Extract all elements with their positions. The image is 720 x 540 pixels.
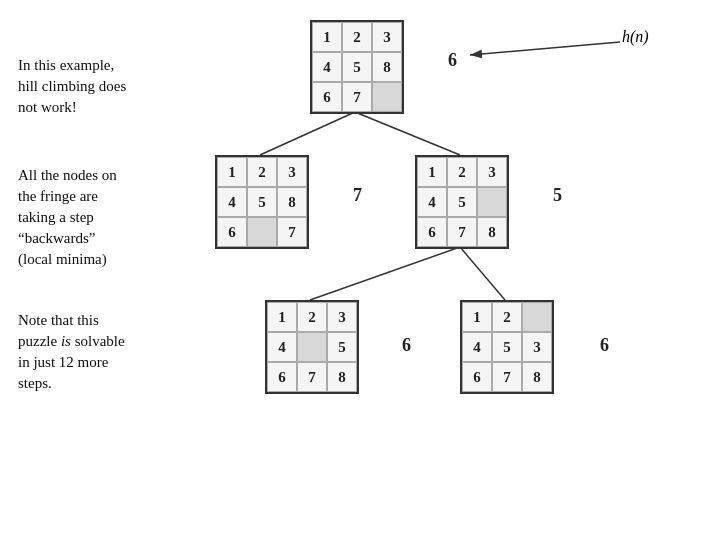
cell-t9: [372, 82, 402, 112]
svg-line-3: [460, 247, 505, 300]
cell-ml8: [247, 217, 277, 247]
cell-t8: 7: [342, 82, 372, 112]
cell-t7: 6: [312, 82, 342, 112]
cell-ml6: 8: [277, 187, 307, 217]
cell-br7: 6: [462, 362, 492, 392]
badge-top: 6: [448, 50, 457, 71]
puzzle-bot-left: 1 2 3 4 5 6 7 8: [265, 300, 359, 394]
cell-t2: 2: [342, 22, 372, 52]
text-block-1-content: In this example,hill climbing doesnot wo…: [18, 57, 126, 115]
cell-bl7: 6: [267, 362, 297, 392]
cell-t3: 3: [372, 22, 402, 52]
text-block-2-content: All the nodes onthe fringe aretaking a s…: [18, 167, 117, 267]
cell-bl8: 7: [297, 362, 327, 392]
cell-mr5: 5: [447, 187, 477, 217]
cell-br8: 7: [492, 362, 522, 392]
cell-t1: 1: [312, 22, 342, 52]
cell-bl3: 3: [327, 302, 357, 332]
svg-line-1: [355, 112, 460, 155]
cell-mr1: 1: [417, 157, 447, 187]
text-block-1: In this example,hill climbing doesnot wo…: [18, 55, 208, 118]
page: h(n) In this example,hill climbing doesn…: [0, 0, 720, 540]
cell-br6: 3: [522, 332, 552, 362]
badge-mid-left: 7: [353, 185, 362, 206]
svg-line-5: [470, 42, 620, 55]
cell-t5: 5: [342, 52, 372, 82]
cell-t6: 8: [372, 52, 402, 82]
cell-bl6: 5: [327, 332, 357, 362]
cell-bl9: 8: [327, 362, 357, 392]
puzzle-top: 1 2 3 4 5 8 6 7: [310, 20, 404, 114]
cell-ml9: 7: [277, 217, 307, 247]
cell-mr2: 2: [447, 157, 477, 187]
cell-br9: 8: [522, 362, 552, 392]
cell-bl1: 1: [267, 302, 297, 332]
text-block-3-content: Note that thispuzzle is solvablein just …: [18, 312, 125, 391]
cell-ml7: 6: [217, 217, 247, 247]
cell-ml5: 5: [247, 187, 277, 217]
cell-br5: 5: [492, 332, 522, 362]
cell-ml1: 1: [217, 157, 247, 187]
cell-ml4: 4: [217, 187, 247, 217]
cell-bl5: [297, 332, 327, 362]
cell-bl4: 4: [267, 332, 297, 362]
cell-ml3: 3: [277, 157, 307, 187]
cell-br1: 1: [462, 302, 492, 332]
cell-mr4: 4: [417, 187, 447, 217]
cell-br2: 2: [492, 302, 522, 332]
cell-br3: [522, 302, 552, 332]
text-block-2: All the nodes onthe fringe aretaking a s…: [18, 165, 218, 270]
cell-bl2: 2: [297, 302, 327, 332]
badge-bot-right: 6: [600, 335, 609, 356]
cell-mr9: 8: [477, 217, 507, 247]
puzzle-mid-right: 1 2 3 4 5 6 7 8: [415, 155, 509, 249]
cell-mr3: 3: [477, 157, 507, 187]
puzzle-mid-left: 1 2 3 4 5 8 6 7: [215, 155, 309, 249]
cell-ml2: 2: [247, 157, 277, 187]
text-block-3: Note that thispuzzle is solvablein just …: [18, 310, 218, 394]
puzzle-bot-right: 1 2 4 5 3 6 7 8: [460, 300, 554, 394]
cell-mr7: 6: [417, 217, 447, 247]
hn-label: h(n): [622, 28, 649, 46]
badge-mid-right: 5: [553, 185, 562, 206]
svg-line-2: [310, 247, 460, 300]
cell-t4: 4: [312, 52, 342, 82]
cell-mr8: 7: [447, 217, 477, 247]
svg-line-0: [260, 112, 355, 155]
cell-mr6: [477, 187, 507, 217]
cell-br4: 4: [462, 332, 492, 362]
badge-bot-left: 6: [402, 335, 411, 356]
